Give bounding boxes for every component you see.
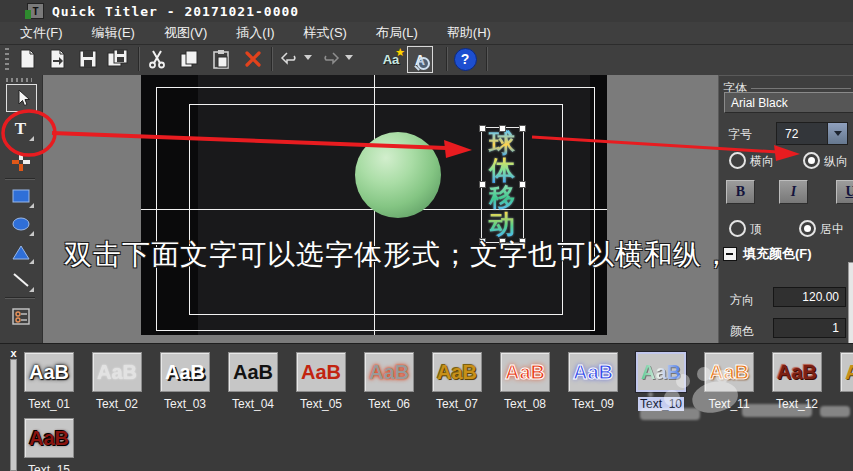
font-size-combo[interactable]: 72 <box>776 122 848 145</box>
style-thumb-text03[interactable]: AaB <box>160 352 210 392</box>
quick-titler-window: T Quick Titler - 20171021-0000 文件(F) 编辑(… <box>0 0 853 471</box>
vertical-title-text: 球 体 移 动 <box>485 130 519 238</box>
title-bar: T Quick Titler - 20171021-0000 <box>0 0 853 22</box>
flyout-triangle <box>29 287 34 292</box>
style-thumb-partial[interactable]: AaB <box>840 352 853 392</box>
toolbar-separator <box>271 47 273 71</box>
style-label: Text_01 <box>15 397 83 411</box>
style-thumb-text08[interactable]: AaB <box>500 352 550 392</box>
style-thumb-text07[interactable]: AaB <box>432 352 482 392</box>
menu-view[interactable]: 视图(V) <box>162 22 209 44</box>
redo-button[interactable] <box>318 47 342 71</box>
toolbar-grip[interactable] <box>5 48 9 70</box>
save-button[interactable] <box>76 47 100 71</box>
undo-dropdown-caret[interactable] <box>304 55 312 60</box>
style-label: Text_09 <box>559 397 627 411</box>
help-button[interactable]: ? <box>453 47 477 71</box>
line-tool[interactable] <box>6 267 35 293</box>
rectangle-tool[interactable] <box>6 183 35 209</box>
select-tool[interactable] <box>6 84 37 112</box>
zoom-tool-button[interactable]: A <box>407 46 433 73</box>
style-thumb-text15[interactable]: AaB <box>24 418 74 458</box>
style-thumb-text10-selected[interactable]: AaB <box>636 352 686 392</box>
gallery-close-button[interactable]: x <box>7 347 20 359</box>
properties-icon <box>11 307 31 326</box>
cut-icon <box>147 49 167 69</box>
selection-handle[interactable] <box>519 181 526 188</box>
selection-handle[interactable] <box>479 125 486 132</box>
align-center-label: 居中 <box>820 221 844 238</box>
menu-style[interactable]: 样式(S) <box>302 22 349 44</box>
save-as-button[interactable] <box>106 47 130 71</box>
tool-palette-grip[interactable] <box>6 78 32 82</box>
cross-icon <box>11 152 31 172</box>
style-label: Text_04 <box>219 397 287 411</box>
bold-button[interactable]: B <box>726 180 755 204</box>
new-document-icon <box>17 49 37 69</box>
combo-dropdown-icon[interactable] <box>827 123 847 144</box>
menu-insert[interactable]: 插入(I) <box>234 22 276 44</box>
style-thumb-text01[interactable]: AaB <box>24 352 74 392</box>
align-center-radio[interactable] <box>799 220 816 237</box>
flyout-triangle <box>29 231 34 236</box>
font-family-select[interactable]: Arial Black <box>724 92 853 113</box>
triangle-tool[interactable] <box>6 239 35 265</box>
text-object-selection[interactable]: 球 体 移 动 <box>481 127 524 243</box>
style-gallery-button[interactable]: Aa ★ <box>379 47 403 71</box>
style-label: T <box>831 397 853 411</box>
panel-scrollbar[interactable] <box>848 262 853 344</box>
cut-button[interactable] <box>145 47 169 71</box>
flyout-triangle <box>29 259 34 264</box>
underline-button[interactable]: U <box>836 180 853 204</box>
main-toolbar: Aa ★ A ? <box>0 45 853 77</box>
orient-horizontal-radio[interactable] <box>729 152 746 169</box>
toolbar-separator <box>486 47 488 71</box>
color-label: 颜色 <box>730 323 754 340</box>
menu-file[interactable]: 文件(F) <box>18 22 65 44</box>
ellipse-tool[interactable] <box>6 211 35 237</box>
style-thumb-text05[interactable]: AaB <box>296 352 346 392</box>
style-thumb-text09[interactable]: AaB <box>568 352 618 392</box>
menu-edit[interactable]: 编辑(E) <box>90 22 137 44</box>
paste-icon <box>211 49 231 69</box>
gallery-scrollbar[interactable] <box>10 359 17 471</box>
menu-layout[interactable]: 布局(L) <box>374 22 420 44</box>
toolbar-separator <box>446 47 448 71</box>
selection-handle[interactable] <box>479 181 486 188</box>
delete-button[interactable] <box>241 47 265 71</box>
register-cross-tool[interactable] <box>6 149 35 175</box>
direction-input[interactable]: 120.00 <box>773 287 846 307</box>
align-top-radio[interactable] <box>729 220 746 237</box>
fill-color-section-header[interactable]: 填充颜色(F) <box>723 245 812 263</box>
style-thumb-text11[interactable]: AaB <box>704 352 754 392</box>
selection-handle[interactable] <box>519 125 526 132</box>
flyout-triangle <box>29 136 34 141</box>
direction-label: 方向 <box>730 292 754 309</box>
copy-button[interactable] <box>177 47 201 71</box>
orient-vertical-radio[interactable] <box>803 152 820 169</box>
text-properties-panel: 字体 Arial Black 字号 72 横向 纵向 B I U 顶 居中 填充… <box>718 75 853 344</box>
text-tool[interactable]: T <box>6 116 35 142</box>
style-thumb-text12[interactable]: AaB <box>772 352 822 392</box>
italic-button[interactable]: I <box>779 180 808 204</box>
style-thumb-text02[interactable]: AaB <box>92 352 142 392</box>
window-title: Quick Titler - 20171021-0000 <box>52 4 299 19</box>
paste-button[interactable] <box>209 47 233 71</box>
color-count-input[interactable]: 1 <box>773 318 846 338</box>
redo-dropdown-caret[interactable] <box>345 55 353 60</box>
line-icon <box>11 271 31 289</box>
new-button[interactable] <box>15 47 39 71</box>
title-canvas[interactable]: 球 体 移 动 <box>141 75 607 335</box>
tool-separator <box>5 178 35 180</box>
style-thumb-text04[interactable]: AaB <box>228 352 278 392</box>
properties-panel-tool[interactable] <box>6 303 35 329</box>
undo-icon <box>279 50 301 68</box>
menu-help[interactable]: 帮助(H) <box>445 22 493 44</box>
ellipse-icon <box>11 216 31 232</box>
undo-button[interactable] <box>278 47 302 71</box>
green-sphere <box>355 132 441 218</box>
style-thumb-text06[interactable]: AaB <box>364 352 414 392</box>
selection-handle[interactable] <box>499 125 506 132</box>
menu-bar: 文件(F) 编辑(E) 视图(V) 插入(I) 样式(S) 布局(L) 帮助(H… <box>0 22 853 45</box>
open-button[interactable] <box>45 47 69 71</box>
